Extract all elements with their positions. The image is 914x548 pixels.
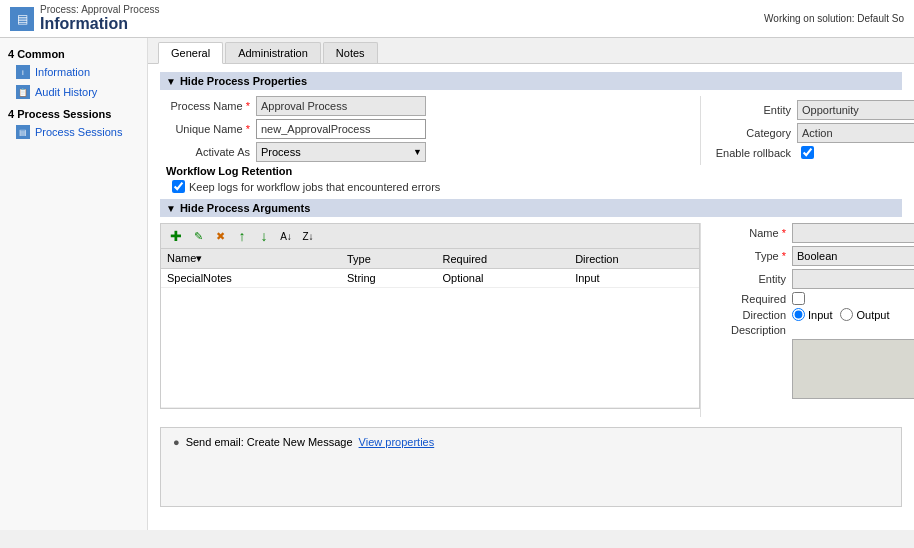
radio-output-label[interactable]: Output bbox=[840, 308, 889, 321]
workflow-log-checkbox-label: Keep logs for workflow jobs that encount… bbox=[189, 181, 440, 193]
arg-type-row: Type Boolean ▼ bbox=[711, 246, 914, 266]
working-on-label: Working on solution: Default So bbox=[764, 13, 904, 24]
process-name-row: Process Name bbox=[160, 96, 700, 116]
arguments-section: ✚ ✎ ✖ ↑ ↓ A↓ Z↓ Name▾ bbox=[160, 223, 700, 409]
unique-name-input[interactable] bbox=[256, 119, 426, 139]
add-argument-button[interactable]: ✚ bbox=[167, 227, 185, 245]
arguments-split: ✚ ✎ ✖ ↑ ↓ A↓ Z↓ Name▾ bbox=[160, 223, 902, 417]
sidebar-section-process-sessions: 4 Process Sessions bbox=[0, 102, 147, 122]
unique-name-label: Unique Name bbox=[160, 123, 250, 135]
hide-process-properties-header[interactable]: ▼ Hide Process Properties bbox=[160, 72, 902, 90]
sidebar-item-audit-history[interactable]: 📋 Audit History bbox=[0, 82, 147, 102]
tab-content: ▼ Hide Process Properties Process Name U… bbox=[148, 64, 914, 515]
sort-za-button[interactable]: Z↓ bbox=[299, 227, 317, 245]
tab-administration[interactable]: Administration bbox=[225, 42, 321, 63]
properties-split: Process Name Unique Name Activate As Pro bbox=[160, 96, 902, 165]
tab-general[interactable]: General bbox=[158, 42, 223, 64]
arg-type-select-wrapper: Boolean ▼ bbox=[792, 246, 914, 266]
arg-direction-row: Direction Input Output bbox=[711, 308, 914, 321]
arg-description-label: Description bbox=[711, 324, 786, 336]
delete-argument-button[interactable]: ✖ bbox=[211, 227, 229, 245]
arg-entity-select[interactable] bbox=[792, 269, 914, 289]
sidebar-section-common: 4 Common bbox=[0, 42, 147, 62]
enable-rollback-checkbox[interactable] bbox=[801, 146, 814, 159]
radio-output[interactable] bbox=[840, 308, 853, 321]
col-type-header: Type bbox=[341, 249, 436, 269]
edit-argument-button[interactable]: ✎ bbox=[189, 227, 207, 245]
step-item: ● Send email: Create New Message View pr… bbox=[173, 436, 889, 448]
sidebar-item-audit-label: Audit History bbox=[35, 86, 97, 98]
radio-input[interactable] bbox=[792, 308, 805, 321]
move-up-button[interactable]: ↑ bbox=[233, 227, 251, 245]
arg-description-row: Description bbox=[711, 324, 914, 336]
hide-process-arguments-header[interactable]: ▼ Hide Process Arguments bbox=[160, 199, 902, 217]
sidebar-item-process-sessions-label: Process Sessions bbox=[35, 126, 122, 138]
arg-required-label: Required bbox=[711, 293, 786, 305]
activate-as-select[interactable]: Process bbox=[256, 142, 426, 162]
cell-required: Optional bbox=[436, 269, 569, 288]
table-row[interactable]: SpecialNotes String Optional Input bbox=[161, 269, 699, 288]
argument-detail-panel: Name Type Boolean ▼ bbox=[700, 223, 914, 417]
category-row: Category bbox=[711, 123, 914, 143]
arguments-left-panel: ✚ ✎ ✖ ↑ ↓ A↓ Z↓ Name▾ bbox=[160, 223, 700, 417]
workflow-log-row: Keep logs for workflow jobs that encount… bbox=[160, 180, 902, 193]
process-name-label: Process Name bbox=[160, 100, 250, 112]
sidebar: 4 Common i Information 📋 Audit History 4… bbox=[0, 38, 148, 530]
left-panel: Process Name Unique Name Activate As Pro bbox=[160, 96, 700, 165]
tab-bar: General Administration Notes bbox=[148, 38, 914, 64]
header-left: ▤ Process: Approval Process Information bbox=[10, 4, 160, 33]
sidebar-item-process-sessions[interactable]: ▤ Process Sessions bbox=[0, 122, 147, 142]
page-header: ▤ Process: Approval Process Information … bbox=[0, 0, 914, 38]
main-layout: 4 Common i Information 📋 Audit History 4… bbox=[0, 38, 914, 530]
arguments-table: Name▾ Type Required Direction SpecialNot… bbox=[161, 249, 699, 408]
audit-history-icon: 📋 bbox=[16, 85, 30, 99]
process-icon: ▤ bbox=[10, 7, 34, 31]
description-textarea[interactable] bbox=[792, 339, 914, 399]
cell-type: String bbox=[341, 269, 436, 288]
process-arguments-title: Hide Process Arguments bbox=[180, 202, 310, 214]
category-label: Category bbox=[711, 127, 791, 139]
arg-entity-select-wrapper: ▼ bbox=[792, 269, 914, 289]
process-label: Process: Approval Process bbox=[40, 4, 160, 15]
main-content: General Administration Notes ▼ Hide Proc… bbox=[148, 38, 914, 530]
sidebar-item-information-label: Information bbox=[35, 66, 90, 78]
arguments-toolbar: ✚ ✎ ✖ ↑ ↓ A↓ Z↓ bbox=[161, 224, 699, 249]
entity-input[interactable] bbox=[797, 100, 914, 120]
workflow-log-title: Workflow Log Retention bbox=[160, 165, 902, 177]
arguments-table-body: SpecialNotes String Optional Input bbox=[161, 269, 699, 408]
arg-entity-row: Entity ▼ bbox=[711, 269, 914, 289]
activate-as-label: Activate As bbox=[160, 146, 250, 158]
arg-name-label: Name bbox=[711, 227, 786, 239]
sort-az-button[interactable]: A↓ bbox=[277, 227, 295, 245]
radio-input-label[interactable]: Input bbox=[792, 308, 832, 321]
arg-type-select[interactable]: Boolean bbox=[792, 246, 914, 266]
tab-notes[interactable]: Notes bbox=[323, 42, 378, 63]
right-panel-properties: Entity Category Enable rollback bbox=[700, 96, 914, 165]
arg-name-input[interactable] bbox=[792, 223, 914, 243]
arg-direction-label: Direction bbox=[711, 309, 786, 321]
activate-as-select-wrapper: Process ▼ bbox=[256, 142, 426, 162]
enable-rollback-row: Enable rollback bbox=[711, 146, 914, 159]
unique-name-row: Unique Name bbox=[160, 119, 700, 139]
sidebar-item-information[interactable]: i Information bbox=[0, 62, 147, 82]
col-direction-header: Direction bbox=[569, 249, 699, 269]
category-input bbox=[797, 123, 914, 143]
workflow-log-checkbox[interactable] bbox=[172, 180, 185, 193]
step-section: ● Send email: Create New Message View pr… bbox=[160, 427, 902, 507]
arg-required-row: Required bbox=[711, 292, 914, 305]
arg-entity-label: Entity bbox=[711, 273, 786, 285]
cell-name: SpecialNotes bbox=[161, 269, 341, 288]
process-name-input[interactable] bbox=[256, 96, 426, 116]
col-name-header: Name▾ bbox=[161, 249, 341, 269]
move-down-button[interactable]: ↓ bbox=[255, 227, 273, 245]
process-properties-title: Hide Process Properties bbox=[180, 75, 307, 87]
collapse-arguments-icon: ▼ bbox=[166, 203, 176, 214]
arg-required-checkbox[interactable] bbox=[792, 292, 805, 305]
step-bullet-icon: ● bbox=[173, 436, 180, 448]
header-title-area: Process: Approval Process Information bbox=[40, 4, 160, 33]
collapse-icon: ▼ bbox=[166, 76, 176, 87]
step-text: Send email: Create New Message bbox=[186, 436, 353, 448]
view-properties-link[interactable]: View properties bbox=[359, 436, 435, 448]
cell-direction: Input bbox=[569, 269, 699, 288]
arg-name-row: Name bbox=[711, 223, 914, 243]
